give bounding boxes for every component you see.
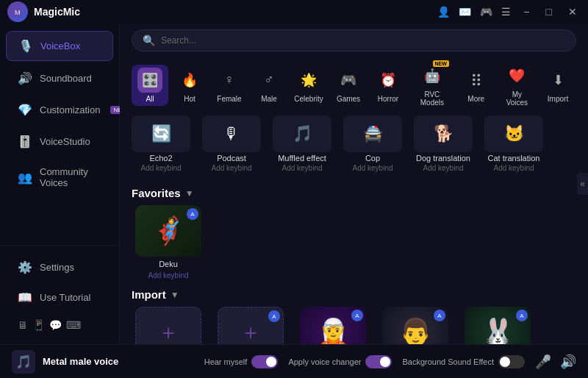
import-chevron[interactable]: ▼ [171, 290, 179, 300]
collapse-arrow[interactable]: « [577, 173, 588, 195]
effect-echo2-keybind[interactable]: Add keybind [140, 164, 181, 172]
effect-muffled-card: 🎵 [273, 115, 331, 152]
voice-card-create[interactable]: ＋ Create voice [132, 307, 205, 344]
voice-card-bugs[interactable]: 🐰 A Bugs Bunny Add keybind [461, 307, 534, 344]
search-input[interactable] [161, 35, 565, 46]
email-icon[interactable]: ✉️ [459, 6, 471, 18]
voice-card-deku[interactable]: 🦸 A Deku Add keybind [132, 205, 205, 279]
deku-keybind[interactable]: Add keybind [148, 271, 188, 279]
effect-muffled[interactable]: 🎵 Muffled effect Add keybind [273, 115, 331, 172]
bottom-bar: 🎵 Metal male voice Hear myself Apply voi… [0, 344, 588, 378]
effect-cat-keybind[interactable]: Add keybind [493, 164, 534, 172]
effects-row: 🔄 Echo2 Add keybind 🎙 Podcast Add keybin… [120, 115, 588, 178]
microphone-icon[interactable]: 🎤 [535, 354, 551, 370]
hear-myself-toggle[interactable] [251, 355, 278, 368]
category-hot[interactable]: 🔥 Hot [171, 65, 208, 106]
category-myvoices-label: My Voices [503, 90, 531, 107]
category-myvoices[interactable]: ❤️ My Voices [498, 60, 537, 110]
maximize-button[interactable]: □ [542, 4, 556, 19]
effect-podcast-name: Podcast [217, 154, 246, 163]
effect-dog[interactable]: 🐕 Dog translation Add keybind [414, 115, 473, 172]
effect-dog-keybind[interactable]: Add keybind [423, 164, 463, 172]
app-logo: M [7, 1, 28, 22]
sam-badge: A [434, 310, 445, 321]
effect-echo2-name: Echo2 [149, 154, 172, 163]
category-import[interactable]: ⬇ Import [539, 65, 576, 106]
mobile-icon[interactable]: 📱 [32, 319, 45, 331]
category-horror-icon: ⏰ [376, 68, 401, 93]
bottom-icons: 🎤 🔊 [535, 354, 576, 370]
community-icon: 👥 [18, 171, 32, 185]
effect-muffled-name: Muffled effect [278, 154, 326, 163]
voice-card-sam[interactable]: 👨 A Sam Elliott Add keybind [379, 307, 452, 344]
category-male[interactable]: ♂ Male [251, 65, 287, 106]
import-voice-card[interactable]: ＋ A [218, 307, 284, 344]
category-female-label: Female [217, 95, 241, 103]
sidebar-item-label: Community Voices [40, 166, 101, 188]
background-sound-toggle[interactable] [498, 355, 525, 368]
effect-cop-keybind[interactable]: Add keybind [352, 164, 392, 172]
category-rvc-label: RVC Models [415, 90, 449, 107]
category-rvc[interactable]: 🤖 NEW RVC Models [409, 60, 455, 110]
category-more[interactable]: ⠿ More [458, 65, 495, 106]
sidebar-item-soundboard[interactable]: 🔊 Soundboard [6, 64, 113, 93]
sidebar-item-voicebox[interactable]: 🎙️ VoiceBox [6, 31, 113, 61]
effect-cop[interactable]: 🚔 Cop Add keybind [343, 115, 402, 172]
menu-icon[interactable]: ☰ [501, 6, 511, 18]
sidebar-item-settings[interactable]: ⚙️ Settings [6, 253, 113, 282]
sidebar-item-voicestudio[interactable]: 🎚️ VoiceStudio [6, 127, 113, 156]
close-button[interactable]: ✕ [564, 4, 581, 19]
sidebar-item-extras: 🖥 📱 💬 ⌨ [6, 313, 113, 337]
category-games[interactable]: 🎮 Games [330, 65, 367, 106]
chat-icon[interactable]: 💬 [49, 319, 62, 331]
deku-badge: A [187, 208, 198, 220]
volume-icon[interactable]: 🔊 [560, 354, 576, 370]
yugi-avatar: 🧝 A [300, 307, 366, 344]
sidebar-item-community[interactable]: 👥 Community Voices [6, 159, 113, 196]
game-icon[interactable]: 🎮 [480, 6, 492, 18]
category-rvc-icon: 🤖 NEW [420, 63, 445, 88]
deku-avatar: 🦸 A [135, 205, 201, 257]
category-all-icon: 🎛️ [137, 68, 162, 93]
sidebar-item-label: VoiceStudio [40, 136, 90, 147]
sidebar-item-customization[interactable]: 💎 Customization NEW [6, 96, 113, 124]
content-wrap: 🔍 🎛️ All 🔥 Hot ♀ Female [120, 24, 588, 344]
category-import-icon: ⬇ [545, 68, 570, 93]
category-more-icon: ⠿ [464, 68, 489, 93]
category-hot-label: Hot [184, 95, 196, 103]
background-sound-group: Background Sound Effect [402, 355, 525, 368]
minimize-button[interactable]: − [520, 4, 533, 19]
sidebar-item-label: Soundboard [40, 73, 92, 84]
voice-card-import[interactable]: ＋ A Import Voice [214, 307, 287, 344]
category-celebrity[interactable]: 🌟 Celebrity [290, 65, 327, 106]
profile-icon[interactable]: 👤 [437, 6, 450, 18]
sidebar-item-tutorial[interactable]: 📖 Use Tutorial [6, 283, 113, 312]
effect-echo2[interactable]: 🔄 Echo2 Add keybind [132, 115, 190, 172]
sidebar-item-label: VoiceBox [40, 40, 80, 51]
category-horror[interactable]: ⏰ Horror [370, 65, 406, 106]
apply-voice-label: Apply voice changer [288, 357, 361, 366]
effect-cat[interactable]: 🐱 Cat translation Add keybind [484, 115, 543, 172]
effect-podcast[interactable]: 🎙 Podcast Add keybind [202, 115, 261, 172]
effect-podcast-card: 🎙 [202, 115, 261, 152]
category-all[interactable]: 🎛️ All [132, 65, 168, 106]
sam-avatar: 👨 A [382, 307, 448, 344]
soundboard-icon: 🔊 [18, 71, 32, 85]
import-grid: ＋ Create voice ＋ A Import Voice [132, 307, 576, 344]
keyboard-icon[interactable]: ⌨ [66, 319, 81, 331]
device-icon[interactable]: 🖥 [18, 319, 28, 331]
effect-muffled-keybind[interactable]: Add keybind [282, 164, 322, 172]
hear-myself-label: Hear myself [204, 357, 248, 366]
favorites-chevron[interactable]: ▼ [185, 188, 194, 199]
content: 🔍 🎛️ All 🔥 Hot ♀ Female [120, 24, 588, 344]
create-voice-card[interactable]: ＋ [135, 307, 201, 344]
apply-voice-toggle[interactable] [365, 355, 392, 368]
voicestudio-icon: 🎚️ [18, 135, 32, 149]
sidebar-item-label: Customization [40, 104, 100, 115]
voice-card-yugi[interactable]: 🧝 A Yugi Add keybind [296, 307, 370, 344]
search-input-wrap[interactable]: 🔍 [132, 29, 576, 51]
category-female[interactable]: ♀ Female [211, 65, 248, 106]
category-myvoices-icon: ❤️ [504, 63, 529, 88]
effect-cat-card: 🐱 [484, 115, 543, 152]
effect-podcast-keybind[interactable]: Add keybind [211, 164, 251, 172]
